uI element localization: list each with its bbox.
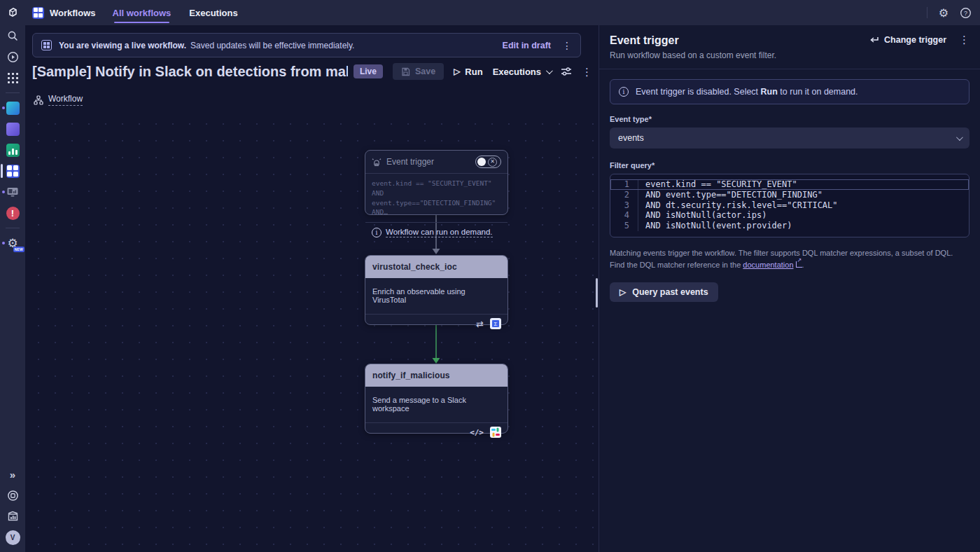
task-node-description: Send a message to a Slack workspace [365,387,507,422]
topbar-divider [927,7,927,18]
trigger-disabled-info-banner: i Event trigger is disabled. Select Run … [610,79,969,104]
change-trigger-button[interactable]: Change trigger [869,35,946,45]
tab-all-workflows[interactable]: All workflows [113,0,172,25]
return-arrow-icon [869,36,879,44]
panel-divider [599,69,980,69]
panel-kebab-menu-icon[interactable]: ⋮ [959,34,969,45]
event-type-select[interactable]: events [610,127,969,149]
workflows-app-home[interactable]: Workflows [32,7,96,19]
svg-text:?: ? [964,9,967,16]
panel-subtitle: Run workflow based on a custom event fil… [610,50,776,60]
filter-query-editor[interactable]: 1event.kind == "SECURITY_EVENT" 2AND eve… [610,174,969,237]
active-indicator [1,164,3,178]
display-settings-icon[interactable] [561,67,572,76]
top-navigation-bar: Workflows All workflows Executions ⚙ ? [25,0,980,25]
lifebuoy-help-icon[interactable] [0,485,25,506]
sidebar-divider [6,228,20,228]
expand-sidebar-icon[interactable]: » [0,464,25,485]
left-sidebar: ! ⚙ NEW » V [0,0,25,552]
filter-query-label: Filter query* [610,161,969,170]
connector-arrows [25,111,598,552]
banner-kebab-menu-icon[interactable]: ⋮ [562,41,572,50]
new-badge: NEW [13,247,24,252]
query-line[interactable]: 5AND isNotNull(event.provider) [610,221,969,231]
settings-gear-icon[interactable]: ⚙ [939,6,948,20]
breadcrumb-label: Workflow [48,94,83,106]
query-line[interactable]: 2AND event.type=="DETECTION_FINDING" [610,190,969,200]
banner-message: Saved updates will be effective immediat… [190,41,354,50]
save-icon [401,67,410,76]
event-type-value: events [618,133,644,143]
play-icon: ▷ [620,288,626,296]
query-line[interactable]: 1event.kind == "SECURITY_EVENT" [610,179,969,190]
event-trigger-node[interactable]: Event trigger ✕ event.kind == "SECURITY_… [365,150,508,215]
query-past-events-button[interactable]: ▷ Query past events [610,282,718,302]
executions-dropdown-button[interactable]: Executions [493,67,551,77]
save-button[interactable]: Save [393,63,444,80]
app-launcher-icon[interactable] [0,67,25,88]
dynatrace-logo-icon [0,0,25,25]
monitor-app-icon[interactable] [0,181,25,202]
banner-message-bold: You are viewing a live workflow. [59,41,186,50]
trigger-enabled-toggle[interactable]: ✕ [475,156,501,168]
workflow-title: [Sample] Notify in Slack on detections f… [32,64,348,80]
sidebar-divider [6,92,20,93]
toggle-off-x-icon: ✕ [488,158,497,167]
chart-app-icon[interactable] [0,139,25,160]
trigger-node-title: Event trigger [386,157,434,167]
help-icon[interactable]: ? [960,7,972,19]
workflow-graph-canvas[interactable]: Event trigger ✕ event.kind == "SECURITY_… [25,111,598,552]
tab-executions[interactable]: Executions [189,0,237,25]
workflow-breadcrumb[interactable]: Workflow [34,94,83,106]
task-node-name: notify_if_malicious [365,364,507,387]
trigger-filter-preview: event.kind == "SECURITY_EVENT" AND event… [365,173,507,222]
chevron-down-icon [956,134,963,141]
title-kebab-menu-icon[interactable]: ⋮ [582,67,592,77]
query-line[interactable]: 4AND isNotNull(actor.ips) [610,210,969,221]
loop-icon: ⇄ [476,319,484,329]
notification-dot [2,191,5,193]
toggle-knob [477,158,486,166]
app-label: Workflows [50,8,96,18]
play-icon: ▷ [454,67,460,76]
live-workflow-banner: You are viewing a live workflow.Saved up… [32,33,581,57]
code-icon: </> [470,428,484,437]
cubes-app-icon[interactable] [0,118,25,139]
notification-dot [2,242,5,244]
hierarchy-icon [34,95,43,105]
workflow-grid-icon [41,40,52,50]
info-icon: i [619,87,629,97]
run-on-demand-link[interactable]: Workflow can run on demand. [386,228,493,237]
query-line[interactable]: 3AND dt.security.risk.level=="CRITICAL" [610,200,969,211]
event-trigger-panel: Event trigger Run workflow based on a cu… [598,25,980,552]
task-node-description: Enrich an observable using VirusTotal [365,278,507,314]
filter-help-text: Matching events trigger the workflow. Th… [610,247,969,271]
documentation-link[interactable]: documentation [743,261,793,269]
workflows-app-icon-active[interactable] [0,160,25,181]
run-button[interactable]: ▷ Run [454,67,483,77]
virustotal-action-icon: Σ [490,318,501,329]
user-avatar[interactable]: V [0,527,25,548]
task-node-name: virustotal_check_ioc [365,256,507,278]
alarm-bell-icon [372,158,382,167]
workflow-title-row: [Sample] Notify in Slack on detections f… [32,63,592,80]
notification-dot [2,106,5,109]
event-type-label: Event type* [610,115,969,123]
slack-icon [490,427,501,438]
task-node-notify-slack[interactable]: notify_if_malicious Send a message to a … [365,364,508,434]
play-circle-icon[interactable] [0,46,25,67]
settings-app-icon[interactable]: ⚙ NEW [0,233,25,254]
topnav-tabs: All workflows Executions [113,0,238,25]
search-icon[interactable] [0,25,25,46]
panel-resize-handle[interactable] [596,278,598,308]
teal-app-icon[interactable] [0,97,25,118]
problems-app-icon[interactable]: ! [0,202,25,223]
app-window: ! ⚙ NEW » V Workflows All workflows Ex [0,0,980,552]
chart-frame-icon[interactable] [0,506,25,527]
external-link-icon [796,261,802,268]
info-icon: i [372,228,382,237]
task-node-virustotal[interactable]: virustotal_check_ioc Enrich an observabl… [365,255,508,325]
edit-in-draft-button[interactable]: Edit in draft [503,41,551,50]
workflows-app-icon [32,7,44,19]
panel-title: Event trigger [610,34,776,47]
